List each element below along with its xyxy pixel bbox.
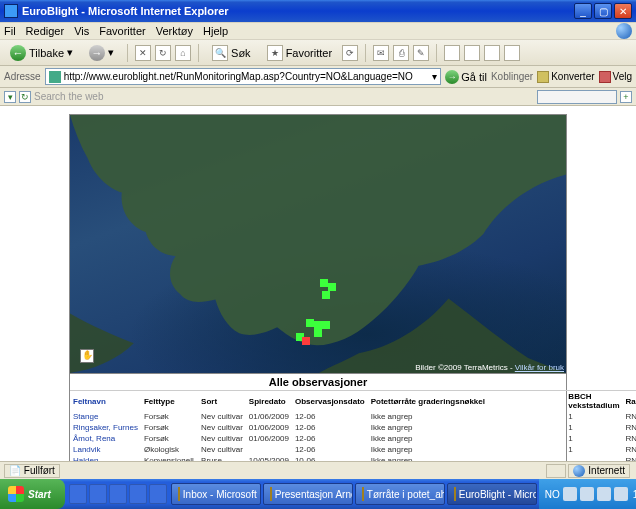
taskbar: Start Inbox - Microsoft Out...Presentasj… — [0, 479, 636, 509]
menu-favoritter[interactable]: Favoritter — [99, 25, 145, 37]
menu-fil[interactable]: Fil — [4, 25, 16, 37]
taskbar-item[interactable]: Tørråte i potet_ah_l... — [355, 483, 445, 505]
terms-link[interactable]: Vilkår for bruk — [515, 363, 564, 372]
address-bar: Adresse http://www.euroblight.net/RunMon… — [0, 66, 636, 88]
stop-icon[interactable]: ✕ — [135, 45, 151, 61]
menu-vis[interactable]: Vis — [74, 25, 89, 37]
start-button[interactable]: Start — [0, 479, 65, 509]
quick-launch-icon[interactable] — [129, 484, 147, 504]
address-input[interactable]: http://www.euroblight.net/RunMonitoringM… — [45, 68, 442, 85]
map-marker[interactable] — [306, 319, 314, 327]
search-placeholder[interactable]: Search the web — [34, 91, 104, 102]
cell-bbch: 1 — [565, 444, 622, 455]
map-view[interactable]: ✋ Bilder ©2009 TerraMetrics - Vilkår for… — [69, 114, 567, 374]
quick-launch-icon[interactable] — [89, 484, 107, 504]
credits-text: Bilder ©2009 TerraMetrics - — [415, 363, 515, 372]
address-url: http://www.euroblight.net/RunMonitoringM… — [64, 71, 433, 82]
search-field[interactable] — [537, 90, 617, 104]
go-button[interactable]: → Gå til — [445, 70, 487, 84]
map-marker[interactable] — [314, 329, 322, 337]
quick-launch-icon[interactable] — [69, 484, 87, 504]
cell-obs: 12-06 — [292, 411, 368, 422]
back-button[interactable]: ← Tilbake ▾ — [4, 43, 79, 63]
print-icon[interactable]: ⎙ — [393, 45, 409, 61]
edit-icon[interactable]: ✎ — [413, 45, 429, 61]
taskbar-item[interactable]: Presentasjon Arne H... — [263, 483, 353, 505]
start-label: Start — [28, 489, 51, 500]
menu-hjelp[interactable]: Hjelp — [203, 25, 228, 37]
col-sort: Sort — [198, 391, 246, 412]
search-button[interactable]: 🔍 Søk — [206, 43, 257, 63]
hand-icon: ✋ — [80, 349, 94, 363]
table-row[interactable]: LandvikØkologiskNev cultivar12-06Ikke an… — [70, 444, 636, 455]
page-done-icon: 📄 — [9, 465, 21, 476]
table-row[interactable]: StangeForsøkNev cultivar01/06/200912-06I… — [70, 411, 636, 422]
col-observasjon: Observasjonsdato — [292, 391, 368, 412]
taskbar-item[interactable]: EuroBlight - Microsof... — [447, 483, 537, 505]
cell-type: Forsøk — [141, 433, 198, 444]
cell-obs: 12-06 — [292, 433, 368, 444]
reload-icon[interactable]: ↻ — [19, 91, 31, 103]
map-marker[interactable] — [328, 283, 336, 291]
cell-spire: 01/06/2009 — [246, 433, 292, 444]
table-row[interactable]: Ringsaker, FurnesForsøkNev cultivar01/06… — [70, 422, 636, 433]
extra-icon-3[interactable] — [484, 45, 500, 61]
taskbar-item[interactable]: Inbox - Microsoft Out... — [171, 483, 261, 505]
minimize-button[interactable]: _ — [574, 3, 592, 19]
cell-grade: Ikke angrep — [368, 444, 566, 455]
convert-button[interactable]: Konverter — [537, 71, 594, 83]
map-credits: Bilder ©2009 TerraMetrics - Vilkår for b… — [415, 363, 564, 372]
extra-icon-4[interactable] — [504, 45, 520, 61]
home-icon[interactable]: ⌂ — [175, 45, 191, 61]
cell-sort: Nev cultivar — [198, 444, 246, 455]
windows-flag-icon — [8, 486, 24, 502]
menu-verktoy[interactable]: Verktøy — [156, 25, 193, 37]
cell-grade: Ikke angrep — [368, 433, 566, 444]
cell-bbch: 1 — [565, 411, 622, 422]
cell-obs: 12-06 — [292, 422, 368, 433]
forward-button[interactable]: → ▾ — [83, 43, 120, 63]
extra-icon-1[interactable] — [444, 45, 460, 61]
map-marker[interactable] — [320, 279, 328, 287]
status-empty — [546, 464, 566, 478]
quick-launch-icon[interactable] — [149, 484, 167, 504]
refresh-icon[interactable]: ↻ — [155, 45, 171, 61]
app-icon — [4, 4, 18, 18]
tray-icon[interactable] — [614, 487, 628, 501]
cell-rep: RNA — [622, 411, 636, 422]
select-button[interactable]: Velg — [599, 71, 632, 83]
close-button[interactable]: ✕ — [614, 3, 632, 19]
history-icon[interactable]: ⟳ — [342, 45, 358, 61]
map-pan-control[interactable]: ✋ — [72, 341, 102, 371]
tray-icon[interactable] — [597, 487, 611, 501]
search-go-icon[interactable]: + — [620, 91, 632, 103]
map-marker[interactable] — [322, 291, 330, 299]
address-label: Adresse — [4, 71, 41, 82]
map-marker-active[interactable] — [302, 337, 310, 345]
dropdown-icon[interactable]: ▾ — [4, 91, 16, 103]
map-marker[interactable] — [314, 321, 322, 329]
cell-type: Forsøk — [141, 422, 198, 433]
map-marker[interactable] — [322, 321, 330, 329]
cell-sort: Nev cultivar — [198, 422, 246, 433]
extra-icon-2[interactable] — [464, 45, 480, 61]
page-content: ✋ Bilder ©2009 TerraMetrics - Vilkår for… — [0, 106, 636, 494]
toolbar: ← Tilbake ▾ → ▾ ✕ ↻ ⌂ 🔍 Søk ★ Favoritter… — [0, 40, 636, 66]
lang-indicator[interactable]: NO — [545, 489, 560, 500]
favorites-button[interactable]: ★ Favoritter — [261, 43, 338, 63]
cell-sort: Nev cultivar — [198, 411, 246, 422]
search-icon: 🔍 — [212, 45, 228, 61]
maximize-button[interactable]: ▢ — [594, 3, 612, 19]
chevron-down-icon[interactable]: ▾ — [432, 71, 437, 82]
tray-icon[interactable] — [563, 487, 577, 501]
tray-icon[interactable] — [580, 487, 594, 501]
menu-rediger[interactable]: Rediger — [26, 25, 65, 37]
convert-icon — [537, 71, 549, 83]
table-row[interactable]: Åmot, RenaForsøkNev cultivar01/06/200912… — [70, 433, 636, 444]
quick-launch-icon[interactable] — [109, 484, 127, 504]
cell-type: Forsøk — [141, 411, 198, 422]
links-label[interactable]: Koblinger — [491, 71, 533, 82]
cell-bbch: 1 — [565, 433, 622, 444]
internet-zone-icon — [573, 465, 585, 477]
mail-icon[interactable]: ✉ — [373, 45, 389, 61]
